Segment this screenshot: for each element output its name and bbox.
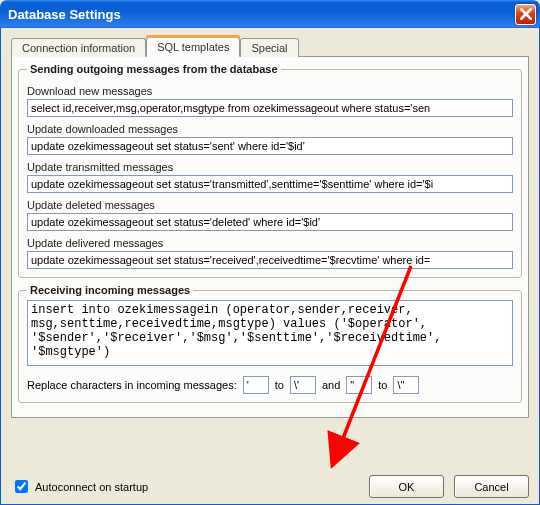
to-label-1: to bbox=[275, 379, 284, 391]
replace1-to[interactable] bbox=[290, 376, 316, 394]
close-icon bbox=[520, 8, 532, 20]
replace2-to[interactable] bbox=[393, 376, 419, 394]
update-delivered-sql-input[interactable] bbox=[27, 251, 513, 269]
replace1-from[interactable] bbox=[243, 376, 269, 394]
tab-special[interactable]: Special bbox=[240, 38, 298, 57]
outgoing-group: Sending outgoing messages from the datab… bbox=[18, 63, 522, 278]
client-area: Connection information SQL templates Spe… bbox=[0, 28, 540, 505]
replace2-from[interactable] bbox=[346, 376, 372, 394]
window-title: Database Settings bbox=[8, 7, 121, 22]
update-deleted-sql-input[interactable] bbox=[27, 213, 513, 231]
update-transmitted-label: Update transmitted messages bbox=[27, 161, 513, 173]
tab-connection[interactable]: Connection information bbox=[11, 38, 146, 57]
replace-row: Replace characters in incoming messages:… bbox=[27, 376, 513, 394]
cancel-button[interactable]: Cancel bbox=[454, 475, 529, 498]
incoming-sql-textarea[interactable] bbox=[27, 300, 513, 366]
update-transmitted-sql-input[interactable] bbox=[27, 175, 513, 193]
update-downloaded-sql-input[interactable] bbox=[27, 137, 513, 155]
footer: Autoconnect on startup OK Cancel bbox=[11, 475, 529, 498]
replace-label: Replace characters in incoming messages: bbox=[27, 379, 237, 391]
tab-strip: Connection information SQL templates Spe… bbox=[11, 36, 529, 56]
incoming-legend: Receiving incoming messages bbox=[27, 284, 193, 296]
to-label-2: to bbox=[378, 379, 387, 391]
update-downloaded-label: Update downloaded messages bbox=[27, 123, 513, 135]
tab-body: Sending outgoing messages from the datab… bbox=[11, 56, 529, 418]
tab-sql-templates[interactable]: SQL templates bbox=[146, 37, 240, 57]
incoming-group: Receiving incoming messages Replace char… bbox=[18, 284, 522, 403]
title-bar: Database Settings bbox=[0, 0, 540, 28]
download-label: Download new messages bbox=[27, 85, 513, 97]
ok-button[interactable]: OK bbox=[369, 475, 444, 498]
and-label: and bbox=[322, 379, 340, 391]
close-button[interactable] bbox=[515, 4, 536, 25]
outgoing-legend: Sending outgoing messages from the datab… bbox=[27, 63, 281, 75]
download-sql-input[interactable] bbox=[27, 99, 513, 117]
autoconnect-input[interactable] bbox=[15, 480, 28, 493]
autoconnect-checkbox[interactable]: Autoconnect on startup bbox=[11, 477, 148, 496]
update-delivered-label: Update delivered messages bbox=[27, 237, 513, 249]
autoconnect-label: Autoconnect on startup bbox=[35, 481, 148, 493]
update-deleted-label: Update deleted messages bbox=[27, 199, 513, 211]
